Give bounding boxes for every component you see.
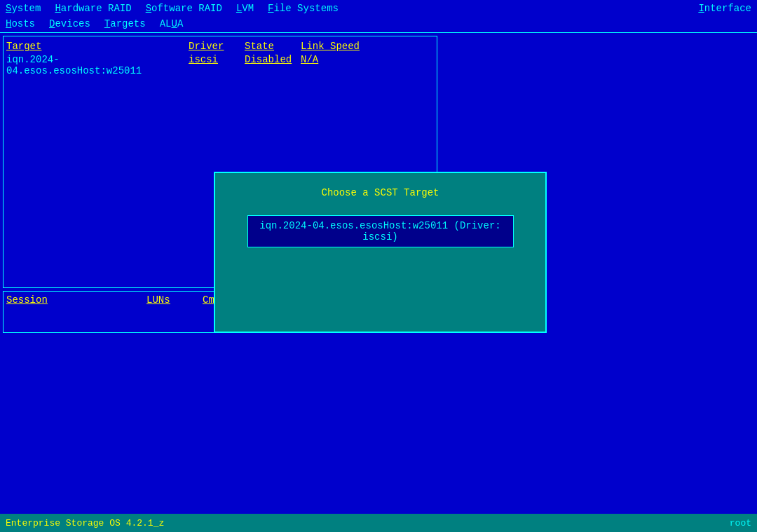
targets-header: Target Driver State Link Speed [6,39,434,53]
col-header-target[interactable]: Target [6,41,189,52]
target-linkspeed: N/A [301,54,371,76]
target-name: iqn.2024-04.esos.esosHost:w25011 [6,54,189,76]
col-header-linkspeed[interactable]: Link Speed [301,41,371,52]
status-user-label: root [730,518,751,528]
dialog-title: Choose a SCST Target [321,187,439,198]
menu-file-systems[interactable]: File Systems [268,3,339,14]
menu-hosts[interactable]: Hosts [6,18,35,29]
col-header-session[interactable]: Session [6,294,146,306]
menu-devices[interactable]: Devices [49,18,90,29]
menu-hardware-raid[interactable]: Hardware RAID [55,3,131,14]
status-bar: Enterprise Storage OS 4.2.1_z root [0,514,757,532]
target-driver: iscsi [189,54,245,76]
menu-row-1: System Hardware RAID Software RAID LVM F… [0,0,757,17]
col-header-luns[interactable]: LUNs [146,294,203,306]
menu-alua[interactable]: ALUA [160,18,184,29]
col-header-driver[interactable]: Driver [189,41,245,52]
choose-target-dialog: Choose a SCST Target iqn.2024-04.esos.es… [214,172,547,333]
menu-system[interactable]: System [6,3,41,14]
table-row[interactable]: iqn.2024-04.esos.esosHost:w25011 iscsi D… [6,53,434,77]
menu-software-raid[interactable]: Software RAID [146,3,222,14]
menu-interface[interactable]: Interface [698,3,751,14]
menu-lvm[interactable]: LVM [236,3,254,14]
dialog-option[interactable]: iqn.2024-04.esos.esosHost:w25011 (Driver… [247,215,514,247]
menu-targets[interactable]: Targets [104,18,146,29]
menu-row-2: Hosts Devices Targets ALUA [0,17,757,33]
target-state: Disabled [245,54,301,76]
col-header-state[interactable]: State [245,41,301,52]
menu-bar: System Hardware RAID Software RAID LVM F… [0,0,757,33]
status-os-label: Enterprise Storage OS 4.2.1_z [6,518,164,528]
